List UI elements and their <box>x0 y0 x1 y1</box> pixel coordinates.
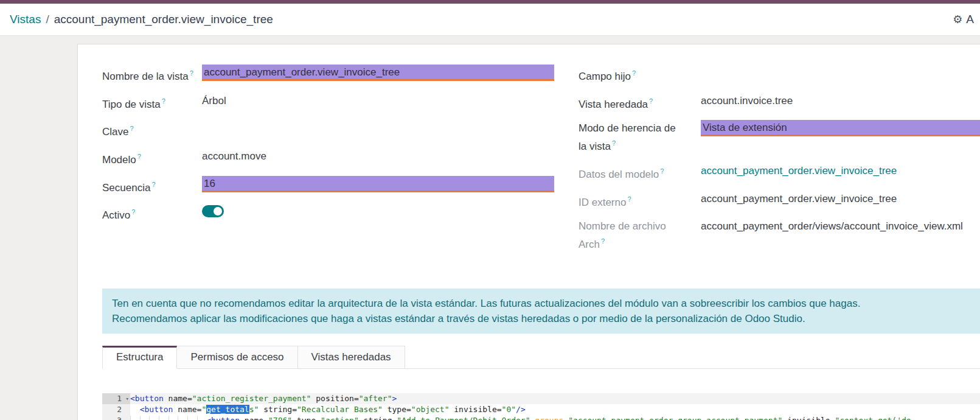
gutter-line-1[interactable]: 1▾ <box>102 393 130 404</box>
field-tipo-de-vista: Tipo de vista?Árbol <box>102 93 554 112</box>
alert-line-2: Recomendamos aplicar las modificaciones … <box>112 311 979 326</box>
code-editor[interactable]: 1▾234 <button name="action_register_paym… <box>102 393 980 420</box>
field-value-id-externo: account_payment_order.view_invoice_tree <box>701 191 980 207</box>
help-icon[interactable]: ? <box>660 167 664 175</box>
field-value-datos-del-modelo[interactable]: account_payment_order.view_invoice_tree <box>701 163 980 179</box>
code-line-3[interactable]: <button name="786" type="action" string=… <box>130 415 980 420</box>
field-value-secuencia[interactable]: 16 <box>202 176 554 192</box>
field-label-nombre-de-la-vista: Nombre de la vista? <box>102 65 202 84</box>
field-id-externo: ID externo?account_payment_order.view_in… <box>579 191 980 210</box>
field-label-activo: Activo? <box>102 203 202 223</box>
field-label-clave: Clave? <box>102 120 202 139</box>
toggle-activo[interactable] <box>202 205 224 217</box>
help-icon[interactable]: ? <box>601 237 605 245</box>
help-icon[interactable]: ? <box>612 139 616 147</box>
tab-vistas-heredadas[interactable]: Vistas heredadas <box>298 346 405 369</box>
field-vista-heredada: Vista heredada?account.invoice.tree <box>579 93 980 112</box>
field-secuencia: Secuencia?16 <box>102 176 554 195</box>
field-label-nombre-de-archivo-arch: Nombre de archivo Arch? <box>579 218 701 252</box>
gutter-line-3[interactable]: 3 <box>102 415 130 420</box>
field-value-nombre-de-archivo-arch: account_payment_order/views/account_invo… <box>701 218 980 234</box>
help-icon[interactable]: ? <box>151 181 155 188</box>
field-nombre-de-archivo-arch: Nombre de archivo Arch?account_payment_o… <box>579 218 980 252</box>
breadcrumb-bar: Vistas / account_payment_order.view_invo… <box>0 4 980 36</box>
help-icon[interactable]: ? <box>190 69 193 77</box>
breadcrumb-vistas-link[interactable]: Vistas <box>10 13 41 26</box>
fold-toggle-icon[interactable]: ▾ <box>126 393 129 404</box>
breadcrumb: Vistas / account_payment_order.view_invo… <box>10 13 273 26</box>
help-icon[interactable]: ? <box>649 97 653 105</box>
field-value-activo <box>202 203 554 217</box>
alert-line-1: Ten en cuenta que no recomendamos editar… <box>112 296 979 311</box>
breadcrumb-separator: / <box>46 13 49 26</box>
field-label-modelo: Modelo? <box>102 148 202 167</box>
help-icon[interactable]: ? <box>162 97 165 105</box>
field-value-modelo: account.move <box>202 148 554 164</box>
field-label-tipo-de-vista: Tipo de vista? <box>102 93 202 112</box>
field-value-modo-de-herencia-de-la-vista[interactable]: Vista de extensión <box>701 120 980 136</box>
tab-permisos-de-acceso[interactable]: Permisos de acceso <box>177 346 297 369</box>
help-icon[interactable]: ? <box>632 69 636 77</box>
form-sheet: Nombre de la vista?account_payment_order… <box>77 44 980 420</box>
field-label-id-externo: ID externo? <box>579 191 701 210</box>
field-clave: Clave? <box>102 120 554 139</box>
form-column-left: Nombre de la vista?account_payment_order… <box>102 65 554 261</box>
form-columns: Nombre de la vista?account_payment_order… <box>102 65 980 261</box>
code-line-1[interactable]: <button name="action_register_payment" p… <box>130 393 980 404</box>
help-icon[interactable]: ? <box>137 153 141 160</box>
field-value-nombre-de-la-vista[interactable]: account_payment_order.view_invoice_tree <box>202 65 554 81</box>
field-label-campo-hijo: Campo hijo? <box>579 65 701 84</box>
field-value-vista-heredada: account.invoice.tree <box>701 93 980 109</box>
field-modelo: Modelo?account.move <box>102 148 554 167</box>
field-modo-de-herencia-de-la-vista: Modo de herencia de la vista?Vista de ex… <box>579 120 980 154</box>
gear-icon[interactable]: ⚙ <box>953 13 962 26</box>
action-menu-label[interactable]: A <box>966 13 974 26</box>
field-campo-hijo: Campo hijo? <box>579 65 980 84</box>
standard-view-warning-alert: Ten en cuenta que no recomendamos editar… <box>102 289 980 334</box>
form-column-right: Campo hijo?Vista heredada?account.invoic… <box>579 65 980 261</box>
field-nombre-de-la-vista: Nombre de la vista?account_payment_order… <box>102 65 554 84</box>
help-icon[interactable]: ? <box>130 125 133 132</box>
gutter-line-2[interactable]: 2 <box>102 404 130 415</box>
breadcrumb-record-name: account_payment_order.view_invoice_tree <box>54 13 273 26</box>
notebook-tabs: EstructuraPermisos de accesoVistas hered… <box>102 346 980 369</box>
help-icon[interactable]: ? <box>131 208 135 215</box>
field-label-modo-de-herencia-de-la-vista: Modo de herencia de la vista? <box>579 120 701 154</box>
tab-estructura[interactable]: Estructura <box>102 346 177 369</box>
code-line-2[interactable]: <button name="get_totals" string="Recalc… <box>130 404 980 415</box>
field-activo: Activo? <box>102 203 554 223</box>
field-datos-del-modelo: Datos del modelo?account_payment_order.v… <box>579 163 980 182</box>
field-label-datos-del-modelo: Datos del modelo? <box>579 163 701 182</box>
action-menu[interactable]: ⚙ A <box>953 13 974 26</box>
field-label-secuencia: Secuencia? <box>102 176 202 195</box>
editor-code[interactable]: <button name="action_register_payment" p… <box>130 393 980 420</box>
field-label-vista-heredada: Vista heredada? <box>579 93 701 112</box>
editor-gutter: 1▾234 <box>102 393 130 420</box>
field-value-tipo-de-vista: Árbol <box>202 93 554 109</box>
help-icon[interactable]: ? <box>627 195 631 203</box>
column-gap <box>554 65 579 261</box>
